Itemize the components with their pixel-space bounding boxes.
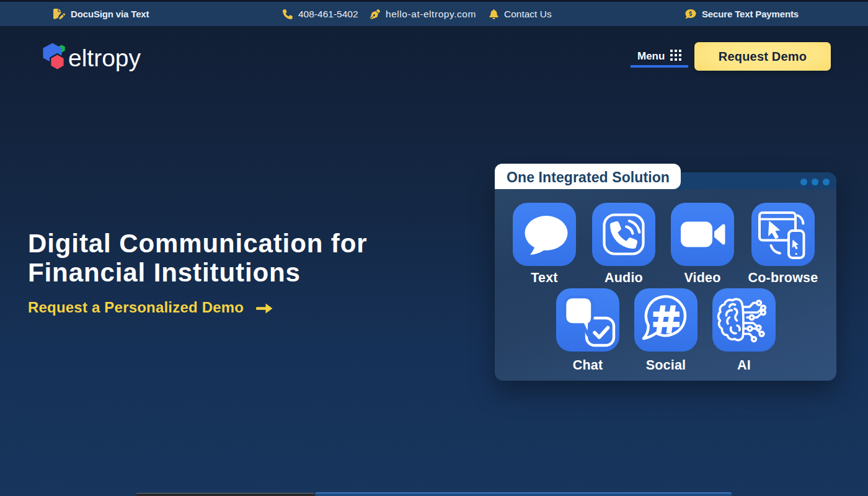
svg-text:eltropy: eltropy [68, 45, 141, 71]
